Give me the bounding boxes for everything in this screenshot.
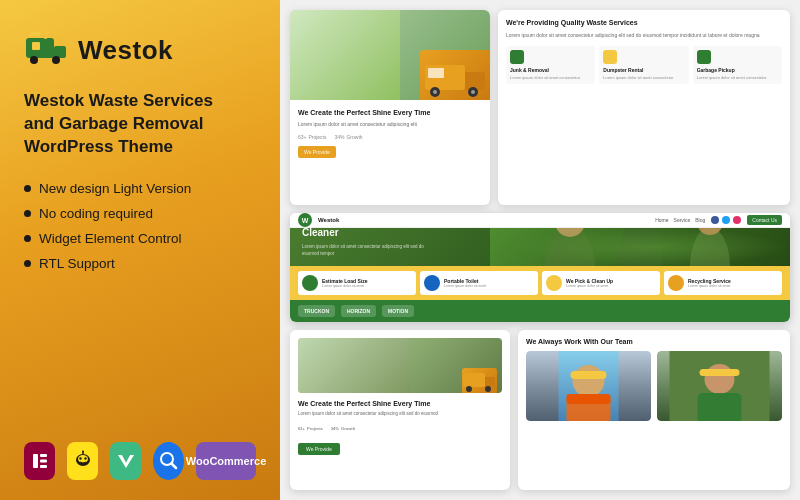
bullet-4	[24, 260, 31, 267]
left-panel: Westok Westok Waste Services and Garbage…	[0, 0, 280, 500]
shine-stats: 62+ Projects 34% Growth	[298, 423, 502, 432]
main-website-mockup: W Westok Home Service Blog Contact Us	[290, 213, 790, 322]
partner-horizon: HORIZON	[341, 305, 376, 317]
service-desc-2: Lorem ipsum dolor sit amet consectetur	[603, 75, 684, 81]
vuejs-badge	[110, 442, 141, 480]
svg-point-27	[433, 90, 437, 94]
feature-icon-pickup	[546, 275, 562, 291]
svg-point-40	[573, 365, 605, 397]
feature-desc-recycling: Lorem ipsum dolor sit amet	[688, 284, 778, 289]
bullet-2	[24, 210, 31, 217]
shine-title: We Create the Perfect Shine Every Time	[298, 399, 502, 408]
feature-icon-portable	[424, 275, 440, 291]
hero-cta-btn: We Provide	[298, 146, 336, 158]
team-photo-1	[526, 351, 651, 421]
feature-text-portable: Portable Toilet Lorem ipsum dolor sit am…	[444, 278, 534, 289]
nav-links: Home Service Blog	[655, 217, 705, 223]
woocommerce-badge: WooCommerce	[196, 442, 256, 480]
svg-rect-4	[32, 42, 40, 50]
shine-desc: Lorem ipsum dolor sit amet consectetur a…	[298, 411, 502, 418]
logo-icon	[24, 28, 68, 72]
svg-rect-36	[485, 377, 495, 387]
feature-item-pickup: We Pick & Clean Up Lorem ipsum dolor sit…	[542, 271, 660, 295]
svg-line-5	[42, 30, 44, 32]
svg-line-6	[46, 32, 49, 34]
service-cards: Junk & Removal Lorem ipsum dolor sit ame…	[506, 46, 782, 85]
service-icon-1	[510, 50, 524, 64]
svg-rect-46	[700, 369, 740, 376]
stat-1: 63+ Projects	[298, 133, 327, 140]
truck-image	[420, 50, 490, 100]
partner-truckon: TRUCKON	[298, 305, 335, 317]
svg-rect-11	[40, 465, 47, 468]
team-member-2	[657, 351, 782, 421]
feature-desc-pickup: Lorem ipsum dolor sit amet	[566, 284, 656, 289]
svg-rect-9	[40, 454, 47, 457]
feature-desc-estimate: Lorem ipsum dolor sit amet	[322, 284, 412, 289]
svg-rect-24	[428, 68, 444, 78]
hero-headline: Waste Recycling For London Cleaner	[302, 228, 442, 239]
svg-rect-35	[463, 373, 485, 387]
svg-rect-8	[33, 454, 38, 468]
mockup-area: We Create the Perfect Shine Every Time L…	[280, 0, 800, 500]
svg-point-14	[79, 457, 81, 459]
svg-point-15	[84, 457, 86, 459]
query-badge	[153, 442, 184, 480]
social-tw	[722, 216, 730, 224]
mockup-card-hero: We Create the Perfect Shine Every Time L…	[290, 10, 490, 205]
svg-rect-10	[40, 460, 47, 463]
mockup-bottom-row: We Create the Perfect Shine Every Time L…	[290, 330, 790, 490]
hero-content: We Create the Perfect Shine Every Time L…	[290, 100, 490, 166]
service-card-1: Junk & Removal Lorem ipsum dolor sit ame…	[506, 46, 595, 85]
svg-point-2	[30, 56, 38, 64]
hero-title: We Create the Perfect Shine Every Time	[298, 108, 482, 117]
social-fb	[711, 216, 719, 224]
partners-bar: TRUCKON HORIZON MOTION	[290, 300, 790, 322]
stat-2: 34% Growth	[335, 133, 363, 140]
bullet-3	[24, 235, 31, 242]
shine-stat-2: 34% Growth	[331, 423, 355, 432]
quality-title: We're Providing Quality Waste Services	[506, 18, 782, 27]
shine-image	[298, 338, 502, 393]
team-photo-2	[657, 351, 782, 421]
nav-logo-icon: W	[298, 213, 312, 227]
logo-row: Westok	[24, 28, 256, 72]
nav-link-service: Service	[674, 217, 691, 223]
svg-point-3	[52, 56, 60, 64]
svg-line-21	[171, 464, 176, 469]
svg-point-37	[466, 386, 472, 392]
feature-item-2: No coding required	[24, 206, 256, 221]
svg-rect-47	[698, 393, 742, 421]
mockup-top-row: We Create the Perfect Shine Every Time L…	[290, 10, 790, 205]
team-member-1	[526, 351, 651, 421]
feature-icon-recycling	[668, 275, 684, 291]
shine-cta-btn: We Provide	[298, 443, 340, 455]
svg-point-17	[82, 451, 84, 453]
service-desc-3: Lorem ipsum dolor sit amet consectetur	[697, 75, 778, 81]
mockup-card-quality: We're Providing Quality Waste Services L…	[498, 10, 790, 205]
quality-desc: Lorem ipsum dolor sit amet consectetur a…	[506, 32, 782, 40]
service-desc-1: Lorem ipsum dolor sit amet consectetur	[510, 75, 591, 81]
feature-text-recycling: Recycling Service Lorem ipsum dolor sit …	[688, 278, 778, 289]
hero-image	[290, 10, 490, 100]
features-bar: Estimate Load Size Lorem ipsum dolor sit…	[290, 266, 790, 300]
mockup-hero-section: Waste Recycling For London Cleaner Lorem…	[290, 228, 790, 266]
plugins-row: WooCommerce	[24, 442, 256, 480]
nav-brand: Westok	[318, 217, 339, 223]
mockup-navbar: W Westok Home Service Blog Contact Us	[290, 213, 790, 228]
nav-link-home: Home	[655, 217, 668, 223]
team-row	[526, 351, 782, 421]
service-card-2: Dumpster Rental Lorem ipsum dolor sit am…	[599, 46, 688, 85]
feature-item-recycling: Recycling Service Lorem ipsum dolor sit …	[664, 271, 782, 295]
svg-point-38	[485, 386, 491, 392]
service-icon-3	[697, 50, 711, 64]
feature-item-estimate: Estimate Load Size Lorem ipsum dolor sit…	[298, 271, 416, 295]
team-title: We Always Work With Our Team	[526, 338, 782, 345]
app-logo-text: Westok	[78, 35, 173, 66]
feature-desc-portable: Lorem ipsum dolor sit amet	[444, 284, 534, 289]
right-panel: We Create the Perfect Shine Every Time L…	[280, 0, 800, 500]
mockup-card-shine: We Create the Perfect Shine Every Time L…	[290, 330, 510, 490]
shine-stat-1: 62+ Projects	[298, 423, 323, 432]
service-card-3: Garbage Pickup Lorem ipsum dolor sit ame…	[693, 46, 782, 85]
service-name-3: Garbage Pickup	[697, 67, 778, 73]
